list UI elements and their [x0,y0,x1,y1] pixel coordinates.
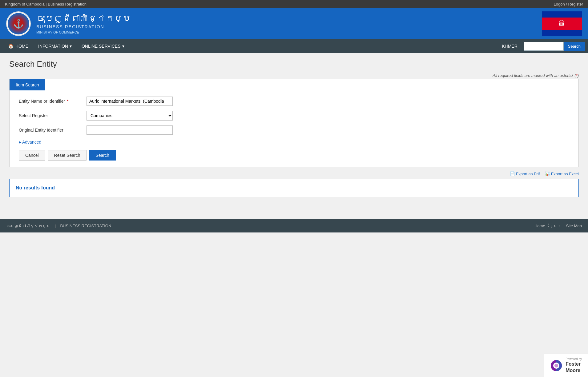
site-footer: ចុះបញ្ជីពាណិជ្ជកម្ម | BUSINESS REGISTRAT… [0,219,588,232]
footer-sitemap-link[interactable]: Site Map [566,224,582,228]
nav-khmer-label[interactable]: KHMER [499,44,521,49]
entity-name-input[interactable] [87,97,173,106]
page-title: Search Entity [9,59,579,69]
top-bar-title: Kingdom of Cambodia | Business Registrat… [5,2,87,6]
footer-home-link[interactable]: Home [534,224,545,228]
footer-divider: | [55,224,56,228]
form-row-original-entity: Original Entity Identifier [19,125,569,135]
page-content: Search Entity All required fields are ma… [0,53,588,207]
nav-online-services-label: ONLINE SERVICES [82,44,121,49]
advanced-label: Advanced [22,140,41,145]
nav-left: 🏠 HOME INFORMATION ▾ ONLINE SERVICES ▾ [3,39,129,53]
cambodia-flag: 🏛 [542,11,582,36]
pdf-icon: 📄 [510,171,515,176]
form-row-select-register: Select Register Companies Partnerships S… [19,111,569,121]
flag-stripe-bottom [542,30,582,36]
export-excel-label: Export as Excel [551,172,579,176]
site-header: ⚓ ចុះបញ្ជីពាណិជ្ជកម្ម BUSINESS REGISTRAT… [0,8,588,39]
advanced-link[interactable]: ▶ Advanced [19,140,569,145]
select-register-dropdown[interactable]: Companies Partnerships Sole Proprietors [87,111,173,121]
no-results-box: No results found [9,179,579,197]
nav-information-label: INFORMATION [38,44,68,49]
ministry-label: MINISTRY OF COMMERCE [36,30,131,34]
chevron-down-icon-2: ▾ [122,44,124,49]
header-left: ⚓ ចុះបញ្ជីពាណិជ្ជកម្ម BUSINESS REGISTRAT… [6,11,131,36]
nav-search-button[interactable]: Search [564,42,585,51]
original-entity-input[interactable] [87,125,173,135]
nav-search-wrapper: Search [524,42,585,51]
nav-online-services[interactable]: ONLINE SERVICES ▾ [77,39,129,53]
excel-icon: 📊 [545,171,550,176]
nav-bar: 🏠 HOME INFORMATION ▾ ONLINE SERVICES ▾ K… [0,39,588,53]
flag-stripe-top [542,11,582,18]
advanced-arrow-icon: ▶ [19,140,21,144]
tab-item-search[interactable]: Item Search [10,79,45,90]
export-excel-link[interactable]: 📊 Export as Excel [545,171,579,176]
required-note: All required fields are marked with an a… [9,73,579,78]
no-results-text: No results found [16,185,55,190]
nav-information[interactable]: INFORMATION ▾ [33,39,77,53]
required-mark-entity: * [67,99,68,104]
header-title-block: ចុះបញ្ជីពាណិជ្ជកម្ម BUSINESS REGISTRATIO… [36,14,131,34]
nav-search-input[interactable] [524,42,564,51]
required-note-text: All required fields are marked with an a… [493,73,576,78]
logon-register-link[interactable]: Logon / Register [554,2,583,6]
angkor-wat-icon: 🏛 [558,20,565,27]
top-bar: Kingdom of Cambodia | Business Registrat… [0,0,588,8]
select-register-label: Select Register [19,113,87,118]
home-icon: 🏠 [8,43,14,49]
chevron-down-icon: ▾ [70,44,72,49]
search-form: Entity Name or Identifier * Select Regis… [10,90,578,167]
eng-subtitle: BUSINESS REGISTRATION [36,24,131,29]
nav-right: KHMER Search [499,42,585,51]
button-row: Cancel Reset Search Search [19,150,569,161]
reset-search-button[interactable]: Reset Search [48,150,87,161]
entity-name-label: Entity Name or Identifier * [19,99,87,104]
original-entity-label: Original Entity Identifier [19,128,87,133]
export-pdf-label: Export as Pdf [516,172,540,176]
nav-home-label: HOME [15,44,28,49]
footer-business-reg: BUSINESS REGISTRATION [60,224,111,228]
footer-left: ចុះបញ្ជីពាណិជ្ជកម្ម | BUSINESS REGISTRAT… [6,224,111,228]
logo-inner: ⚓ [8,13,29,34]
nav-home[interactable]: 🏠 HOME [3,39,33,53]
search-button[interactable]: Search [89,150,115,161]
footer-khmer-title: ចុះបញ្ជីពាណិជ្ជកម្ម [6,224,50,228]
site-logo: ⚓ [6,11,31,36]
flag-stripe-red: 🏛 [542,18,582,30]
footer-right: Home ខ្មែរ Site Map [534,224,582,228]
cancel-button[interactable]: Cancel [19,150,45,161]
export-pdf-link[interactable]: 📄 Export as Pdf [510,171,540,176]
tab-header: Item Search [10,79,578,90]
tab-panel: Item Search Entity Name or Identifier * … [9,79,579,167]
footer-khmer-link[interactable]: ខ្មែរ [550,224,562,228]
form-row-entity-name: Entity Name or Identifier * [19,97,569,106]
khmer-title: ចុះបញ្ជីពាណិជ្ជកម្ម [36,14,131,24]
export-bar: 📄 Export as Pdf 📊 Export as Excel [9,171,579,176]
required-note-end: ) [578,73,579,78]
